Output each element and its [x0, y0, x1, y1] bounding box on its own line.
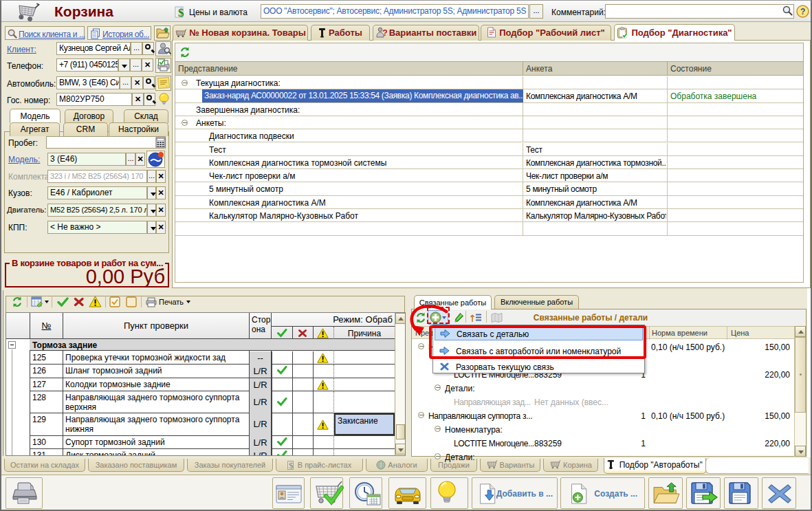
- svg-text:?: ?: [382, 28, 387, 38]
- svg-text:$: $: [289, 461, 294, 470]
- svg-text:$: $: [178, 6, 184, 18]
- svg-text:?: ?: [800, 7, 805, 17]
